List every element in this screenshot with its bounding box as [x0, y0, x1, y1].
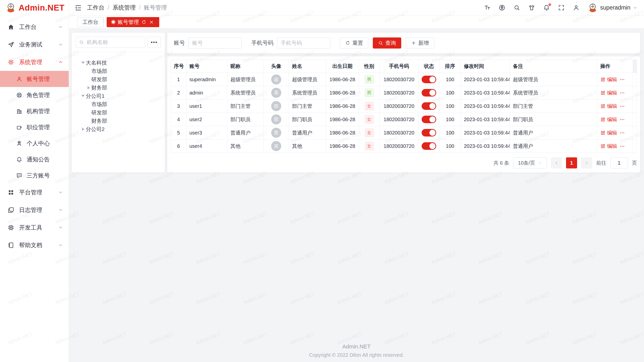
- edit-button[interactable]: 编辑: [600, 116, 617, 123]
- next-page-button[interactable]: [581, 157, 592, 168]
- status-toggle[interactable]: [422, 102, 436, 110]
- tab-label: 账号管理: [118, 19, 139, 26]
- cell-sort: 100: [439, 140, 461, 153]
- tree-node-大名科技[interactable]: 大名科技: [72, 59, 165, 67]
- sidebar-subitem-职位管理[interactable]: 职位管理: [0, 119, 69, 135]
- status-toggle[interactable]: [422, 76, 436, 83]
- logo-monk-icon: [6, 3, 16, 13]
- page-size-select[interactable]: 10条/页: [513, 157, 547, 168]
- table-row: 3user1部门主管部部门主管1986-06-28女18020030720100…: [171, 100, 637, 113]
- chevron-down-icon: [58, 24, 63, 29]
- sidebar-item-帮助文档[interactable]: 帮助文档: [0, 236, 69, 254]
- page-footer: Admin.NET Copyright © 2022 Dilon All rig…: [69, 343, 644, 358]
- cell-birth: 1986-06-28: [326, 126, 359, 140]
- sidebar-item-平台管理[interactable]: 平台管理: [0, 184, 69, 201]
- prev-page-button[interactable]: [551, 157, 562, 168]
- caret-expanded-icon[interactable]: [80, 60, 86, 66]
- breadcrumb-item[interactable]: 工作台: [87, 4, 104, 12]
- breadcrumb-item[interactable]: 系统管理: [112, 4, 136, 12]
- more-actions-button[interactable]: [620, 90, 625, 96]
- tab-refresh-icon[interactable]: [141, 20, 146, 25]
- tree-node-研发部[interactable]: 研发部: [72, 108, 165, 117]
- theme-icon[interactable]: [528, 4, 535, 11]
- avatar: 系: [271, 88, 281, 98]
- sidebar-item-系统管理[interactable]: 系统管理: [0, 53, 69, 71]
- more-actions-button[interactable]: [620, 144, 625, 149]
- sidebar-subitem-角色管理[interactable]: 角色管理: [0, 87, 69, 103]
- more-actions-button[interactable]: [620, 77, 625, 82]
- table-gutter: [633, 60, 637, 73]
- tree-node-研发部[interactable]: 研发部: [72, 75, 165, 83]
- sidebar-subitem-三方账号[interactable]: 三方账号: [0, 167, 69, 184]
- tree-node-分公司1[interactable]: 分公司1: [72, 92, 165, 100]
- add-button[interactable]: 新增: [406, 37, 434, 49]
- cell-sort: 100: [439, 126, 461, 140]
- font-size-icon[interactable]: [484, 4, 491, 11]
- sidebar-item-工作台[interactable]: 工作台: [0, 18, 69, 36]
- tree-node-市场部[interactable]: 市场部: [72, 100, 165, 108]
- cell-nickname: 部门职员: [227, 113, 264, 126]
- caret-collapsed-icon[interactable]: [80, 126, 86, 132]
- topbar-actions: superadmin: [484, 3, 637, 13]
- caret-collapsed-icon[interactable]: [86, 85, 91, 90]
- tabs-bar: 工作台账号管理: [69, 16, 644, 29]
- sidebar-subitem-通知公告[interactable]: 通知公告: [0, 151, 69, 167]
- goto-page-input[interactable]: [610, 157, 628, 168]
- user-menu[interactable]: superadmin: [588, 3, 637, 13]
- org-more-button[interactable]: •••: [148, 37, 161, 48]
- cell-phone: 18020030720: [380, 73, 419, 86]
- footer-copyright: Copyright © 2022 Dilon All rights reserv…: [69, 352, 644, 358]
- cell-status: [419, 100, 439, 113]
- cell-phone: 18020030720: [380, 113, 419, 126]
- edit-button[interactable]: 编辑: [600, 129, 617, 136]
- chat-icon: [16, 172, 22, 179]
- cell-modified: 2023-01-03 10:59:44: [461, 113, 510, 126]
- cell-modified: 2023-01-03 10:59:44: [461, 86, 510, 100]
- search-icon[interactable]: [513, 4, 520, 11]
- edit-button[interactable]: 编辑: [600, 143, 617, 150]
- edit-button[interactable]: 编辑: [600, 89, 617, 96]
- send-icon: [8, 41, 14, 48]
- cell-index: 4: [171, 113, 186, 126]
- user-icon[interactable]: [573, 4, 580, 11]
- tree-node-市场部[interactable]: 市场部: [72, 67, 165, 75]
- sidebar-subitem-账号管理[interactable]: 账号管理: [0, 71, 69, 87]
- tree-node-财务部[interactable]: 财务部: [72, 117, 165, 125]
- edit-button[interactable]: 编辑: [600, 76, 617, 83]
- tree-node-财务部[interactable]: 财务部: [72, 83, 165, 92]
- status-toggle[interactable]: [422, 129, 436, 137]
- notification-icon[interactable]: [543, 4, 550, 11]
- cell-index: 2: [171, 86, 186, 100]
- account-input[interactable]: [188, 37, 242, 49]
- tree-node-分公司2[interactable]: 分公司2: [72, 125, 165, 133]
- tab-账号管理[interactable]: 账号管理: [107, 17, 159, 27]
- sidebar-item-业务测试[interactable]: 业务测试: [0, 36, 69, 53]
- edit-button[interactable]: 编辑: [600, 103, 617, 110]
- log-icon: [8, 207, 14, 213]
- status-toggle[interactable]: [422, 142, 436, 150]
- org-search-input[interactable]: [86, 39, 142, 46]
- sidebar-subitem-机构管理[interactable]: 机构管理: [0, 103, 69, 119]
- cell-account: user4: [186, 140, 227, 153]
- current-page[interactable]: 1: [566, 157, 577, 168]
- edit-icon: [600, 144, 606, 149]
- sidebar-subitem-个人中心[interactable]: 个人中心: [0, 135, 69, 151]
- cell-birth: 1986-06-28: [326, 73, 359, 86]
- caret-expanded-icon[interactable]: [80, 93, 86, 99]
- more-actions-button[interactable]: [620, 117, 625, 122]
- fullscreen-icon[interactable]: [558, 4, 565, 11]
- search-button[interactable]: 查询: [373, 37, 401, 49]
- reset-button[interactable]: 重置: [340, 37, 368, 49]
- language-icon[interactable]: [499, 4, 505, 11]
- menu-fold-icon[interactable]: [74, 4, 82, 12]
- status-toggle[interactable]: [422, 116, 436, 123]
- tab-close-icon[interactable]: [149, 20, 154, 25]
- phone-input[interactable]: [277, 37, 330, 49]
- sidebar-item-开发工具[interactable]: 开发工具: [0, 219, 69, 236]
- tab-工作台[interactable]: 工作台: [77, 17, 104, 27]
- more-actions-button[interactable]: [620, 104, 625, 109]
- status-toggle[interactable]: [422, 89, 436, 97]
- more-actions-button[interactable]: [620, 130, 625, 135]
- sidebar-item-日志管理[interactable]: 日志管理: [0, 201, 69, 219]
- column-header-状态: 状态: [419, 60, 439, 73]
